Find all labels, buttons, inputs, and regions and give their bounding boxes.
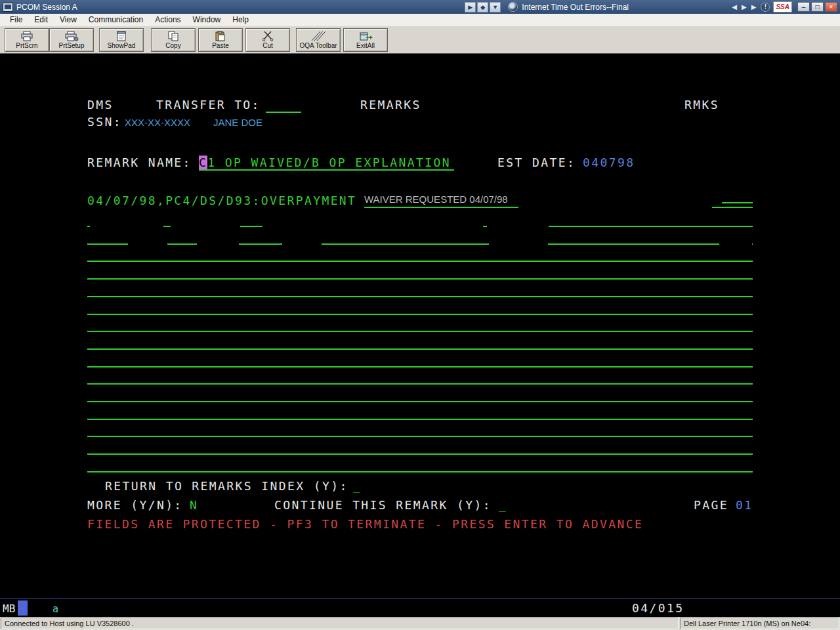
menu-file[interactable]: File [4, 14, 28, 26]
hatch-icon [311, 31, 326, 41]
screen-code: RMKS [684, 98, 719, 112]
menubar: File Edit View Communication Actions Win… [0, 14, 840, 26]
embedded-toolbar: Internet Time Out Errors--Final [504, 2, 728, 12]
minimize-button[interactable]: – [797, 2, 810, 12]
session-icon [508, 2, 518, 12]
warning-icon[interactable]: ! [761, 3, 770, 12]
remark-name-label: REMARK NAME: [87, 156, 192, 169]
scissors-icon [261, 31, 275, 41]
transfer-to-label: TRANSFER TO: [156, 98, 261, 112]
copy-label: Copy [165, 42, 180, 49]
remark-blank-line[interactable] [87, 243, 753, 245]
redaction-box [262, 221, 483, 230]
remark-blank-line[interactable] [87, 436, 753, 437]
redaction-box [128, 240, 167, 247]
est-date-label: EST DATE: [497, 156, 576, 169]
redaction-box [489, 240, 548, 247]
remark-blank-line[interactable] [87, 401, 753, 402]
cut-label: Cut [262, 42, 273, 49]
window-title: PCOM Session A [16, 3, 77, 12]
exitall-button[interactable]: ExitAll [343, 28, 388, 52]
remark-blank-line[interactable] [87, 348, 753, 350]
screen-title: REMARKS [360, 98, 421, 112]
ssn-value: XXX-XX-XXXX [125, 117, 190, 128]
menu-actions[interactable]: Actions [149, 14, 186, 26]
remark-line-1: 04/07/98,PC4/DS/D93:OVERPAYMENT [87, 194, 356, 207]
pcom-window: PCOM Session A ▶ ◆ ▼ Internet Time Out E… [0, 0, 840, 630]
remark-blank-line[interactable] [87, 471, 753, 472]
prtscrn-button[interactable]: PrtScrn [5, 28, 49, 52]
remark-blank-line[interactable] [87, 261, 753, 262]
oqa-toolbar-label: OQA Toolbar [299, 42, 337, 49]
page-value: 01 [736, 499, 753, 512]
menu-communication[interactable]: Communication [83, 14, 149, 26]
remark-line-underline[interactable] [712, 207, 753, 208]
remark-blank-line[interactable] [87, 296, 753, 297]
redaction-box [719, 240, 752, 247]
nav-controls: ◀ ▶ ▶ ! [732, 3, 770, 12]
notepad-icon [114, 31, 129, 41]
menu-view[interactable]: View [54, 14, 83, 26]
remark-name-field[interactable]: C1 OP WAIVED/B OP EXPLANATION [199, 156, 454, 171]
transfer-to-field[interactable] [266, 98, 301, 113]
redaction-box [171, 222, 240, 230]
back-icon[interactable]: ◀ [732, 4, 737, 10]
oia-keyboard-indicator: a [52, 603, 58, 615]
oia-cursor-block [18, 600, 28, 616]
app-icon [3, 3, 13, 12]
printer-setup-icon [64, 31, 79, 41]
text-cursor: C [199, 156, 207, 169]
toolbar: PrtScrn PrtSetup ShowPad Copy Paste Cut … [0, 26, 840, 54]
redaction-box [197, 240, 239, 247]
restore-button[interactable]: □ [811, 2, 824, 12]
cut-button[interactable]: Cut [245, 28, 290, 52]
window-controls: – □ × [797, 2, 837, 12]
est-date-value: 040798 [583, 156, 635, 169]
play-icon[interactable]: ▶ [751, 4, 757, 10]
remark-blank-line[interactable] [87, 419, 753, 420]
paste-button[interactable]: Paste [198, 28, 243, 52]
quick-launch-dropdown-icon[interactable]: ▼ [490, 2, 501, 12]
more-value[interactable]: N [190, 499, 198, 512]
titlebar: PCOM Session A ▶ ◆ ▼ Internet Time Out E… [0, 0, 840, 14]
menu-edit[interactable]: Edit [28, 14, 54, 26]
prtscrn-label: PrtScrn [16, 42, 37, 49]
prtsetup-label: PrtSetup [59, 42, 85, 49]
menu-window[interactable]: Window [187, 14, 227, 26]
page-label: PAGE [694, 499, 728, 512]
operator-info-area: MB a 04/015 [0, 598, 840, 617]
connection-status: Connected to Host using LU V3528600 . [1, 618, 679, 629]
remark-line-underline[interactable] [364, 207, 518, 208]
remark-blank-line[interactable] [87, 383, 753, 385]
printer-status: Dell Laser Printer 1710n (MS) on Ne04: [680, 618, 839, 629]
system-id: DMS [87, 98, 114, 112]
embedded-toolbar-title: Internet Time Out Errors--Final [522, 3, 629, 12]
close-button[interactable]: × [825, 2, 837, 12]
printer-icon [20, 31, 34, 41]
ssn-label: SSN: [87, 116, 122, 129]
remark-blank-line[interactable] [87, 278, 753, 280]
remark-line-1-annotation: WAIVER REQUESTED 04/07/98 [364, 194, 508, 205]
remark-blank-line[interactable] [87, 314, 753, 315]
titlebar-right: ▶ ◆ ▼ Internet Time Out Errors--Final ◀ … [465, 0, 837, 14]
showpad-button[interactable]: ShowPad [99, 28, 144, 52]
copy-button[interactable]: Copy [151, 28, 196, 52]
quick-launch-diamond-icon[interactable]: ◆ [477, 2, 488, 12]
continue-remark-input[interactable]: _ [499, 499, 507, 512]
menu-help[interactable]: Help [226, 14, 255, 26]
redaction-box [487, 222, 549, 230]
remark-blank-line[interactable] [87, 453, 753, 455]
more-label: MORE (Y/N): [87, 499, 183, 512]
return-to-index-label: RETURN TO REMARKS INDEX (Y): [105, 480, 348, 493]
exitall-label: ExitAll [356, 42, 375, 49]
copy-icon [166, 31, 180, 41]
beneficiary-name: JANE DOE [213, 117, 262, 128]
remark-blank-line[interactable] [87, 331, 753, 332]
return-to-index-input[interactable]: _ [353, 480, 362, 493]
prtsetup-button[interactable]: PrtSetup [49, 28, 94, 52]
remark-blank-line[interactable] [87, 366, 753, 368]
oqa-toolbar-button[interactable]: OQA Toolbar [296, 28, 341, 52]
forward-icon[interactable]: ▶ [742, 4, 747, 10]
quick-launch-play-icon[interactable]: ▶ [465, 2, 476, 12]
remark-line-underline[interactable] [722, 202, 753, 203]
